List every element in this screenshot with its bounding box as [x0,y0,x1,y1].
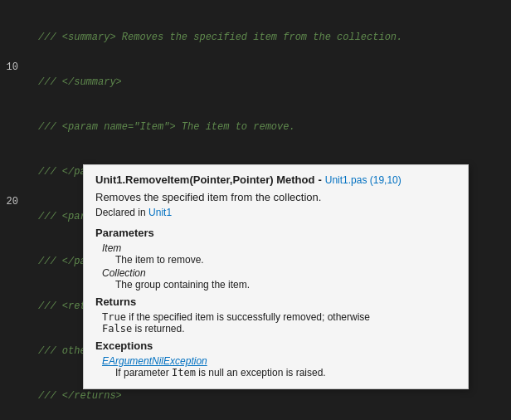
tooltip-exceptions-header: Exceptions [95,339,456,352]
code-editor: 10 20 /// <summary> Removes the specifie… [0,0,511,420]
ln-11 [0,149,18,164]
tooltip-description: Removes the specified item from the coll… [95,191,456,203]
tooltip-param-item-name: Item [102,242,456,254]
ln-20: 20 [0,194,18,209]
code-line-2: /// </summary> [35,75,511,90]
tooltip-param-item-desc: The item to remove. [115,254,456,266]
ln-10b [0,134,18,149]
tooltip-exception-link[interactable]: EArgumentNilException [102,355,456,367]
tooltip-param-collection-name: Collection [102,267,456,279]
tooltip-method-name: Unit1.RemoveItem(Pointer,Pointer) Method [95,173,314,186]
ln-24 [0,254,18,269]
tooltip-params-header: Parameters [95,227,456,239]
ln-10: 10 [0,60,18,75]
ln-8 [0,105,18,120]
tooltip-separator: - [318,173,321,186]
code-line-9: /// </returns> [35,388,511,403]
ln-2 [0,15,18,30]
ln-21 [0,209,18,224]
tooltip-param-collection-desc: The group containing the item. [115,279,456,291]
ln-3 [0,30,18,45]
tooltip-declared-label: Declared in [95,207,146,218]
ln-1 [0,0,18,15]
ln-7 [0,90,18,105]
ln-6 [0,75,18,90]
tooltip-popup: Unit1.RemoveItem(Pointer,Pointer) Method… [83,164,469,389]
tooltip-declared-link[interactable]: Unit1 [148,207,172,218]
tooltip-returns-text: True if the specified item is successful… [102,311,456,335]
ln-13 [0,179,18,194]
ln-9 [0,120,18,134]
tooltip-exception-desc: If parameter Item is null an exception i… [115,367,456,378]
ln-4 [0,45,18,60]
ln-22 [0,224,18,239]
ln-23 [0,239,18,254]
ln-12 [0,164,18,179]
tooltip-title-row: Unit1.RemoveItem(Pointer,Pointer) Method… [95,173,456,186]
gutter [23,0,35,420]
tooltip-source-link[interactable]: Unit1.pas (19,10) [325,174,402,186]
code-line-1: /// <summary> Removes the specified item… [35,30,511,45]
code-line-3: /// <param name="Item"> The item to remo… [35,120,511,134]
line-numbers: 10 20 [0,0,23,420]
tooltip-declared: Declared in Unit1 [95,207,456,218]
tooltip-returns-header: Returns [95,295,456,308]
